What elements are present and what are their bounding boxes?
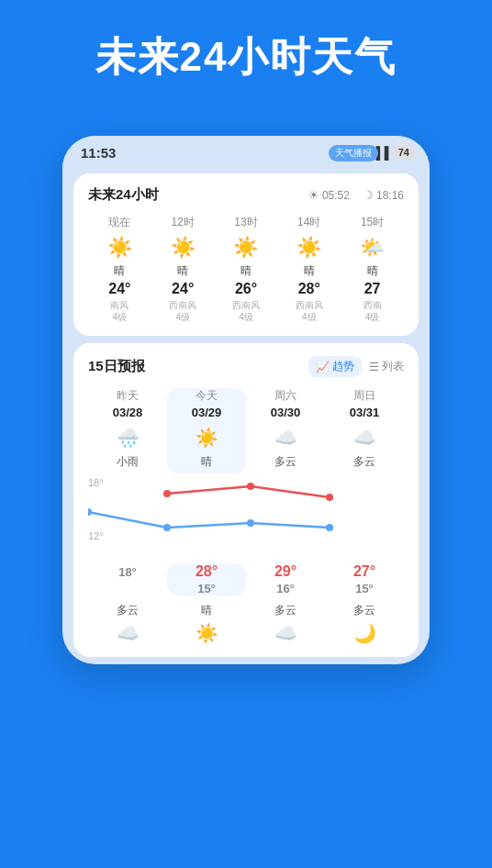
hourly-wind: 西南风4级 bbox=[151, 299, 215, 323]
sunset-item: ☽ 18:16 bbox=[363, 188, 404, 202]
day-weather-icon: ☁️ bbox=[325, 425, 404, 451]
hourly-col: 12时 ☀️ 晴 24° 西南风4级 bbox=[151, 215, 215, 323]
day-condition: 多云 bbox=[325, 454, 404, 470]
hourly-label: 14时 bbox=[277, 215, 341, 230]
weather-alert-badge: 天气播报 bbox=[329, 145, 378, 161]
dot-yest-low bbox=[88, 508, 92, 516]
hourly-condition: 晴 bbox=[341, 263, 404, 279]
sunset-icon: ☽ bbox=[363, 188, 374, 202]
bottom-condition-icon: ☁️ bbox=[88, 622, 167, 644]
bottom-conditions: 多云 ☁️ 晴 ☀️ 多云 ☁️ 多云 🌙 bbox=[88, 603, 404, 644]
bottom-condition-col: 多云 ☁️ bbox=[246, 603, 325, 644]
sun-icon: ☀️ bbox=[196, 427, 218, 449]
moon-icon: 🌙 bbox=[353, 623, 376, 643]
card-24h: 未来24小时 ☀ 05:52 ☽ 18:16 现在 ☀️ 晴 24° 南风4级 … bbox=[73, 173, 419, 336]
hourly-condition: 晴 bbox=[277, 263, 341, 279]
hourly-temp: 26° bbox=[215, 281, 278, 297]
sunrise-time: 05:52 bbox=[322, 189, 350, 202]
hourly-weather-icon: ☀️ bbox=[277, 236, 341, 260]
hourly-weather-icon: ☀️ bbox=[215, 236, 278, 260]
hourly-col: 现在 ☀️ 晴 24° 南风4级 bbox=[88, 215, 151, 323]
day-date: 03/31 bbox=[325, 406, 404, 419]
hourly-temp: 27 bbox=[341, 281, 404, 297]
chart-label-low: 12° bbox=[88, 530, 104, 541]
status-time: 11:53 bbox=[81, 145, 116, 161]
sunrise-item: ☀ 05:52 bbox=[308, 188, 350, 202]
hourly-temp: 28° bbox=[277, 281, 341, 297]
day-condition: 小雨 bbox=[88, 454, 167, 470]
status-bar: 11:53 ▌▌▌ 📶 天气播报 74 bbox=[62, 136, 430, 166]
chart-label-high: 18° bbox=[88, 477, 104, 488]
day-low-temp: 15° bbox=[167, 582, 246, 595]
card-15d-title: 15日预报 bbox=[88, 358, 145, 375]
bottom-condition-text: 多云 bbox=[88, 603, 167, 618]
dot-today-low bbox=[163, 524, 171, 531]
day-col: 周日 03/31 ☁️ 多云 bbox=[325, 388, 404, 473]
temp-label-col: 29° 16° bbox=[246, 563, 325, 595]
temp-label-col: 18° bbox=[88, 563, 167, 595]
day-low-temp: 15° bbox=[325, 582, 404, 595]
day-date: 03/29 bbox=[167, 406, 246, 419]
bottom-condition-col: 多云 🌙 bbox=[325, 603, 404, 644]
day-name: 周日 bbox=[325, 388, 404, 404]
day-name: 周六 bbox=[246, 388, 325, 404]
bottom-condition-icon: ☀️ bbox=[167, 622, 246, 644]
dot-sat-high bbox=[247, 483, 254, 490]
cloud-icon: ☁️ bbox=[274, 623, 297, 643]
day-high-temp: 28° bbox=[167, 563, 246, 580]
btn-trend[interactable]: 📈 趋势 bbox=[308, 356, 362, 377]
chart-area: 18° 12° bbox=[88, 477, 404, 560]
day-low-temp: 16° bbox=[246, 582, 325, 595]
dot-sun-high bbox=[326, 494, 333, 501]
temp-label-col: 28° 15° bbox=[167, 563, 246, 595]
hourly-temp: 24° bbox=[151, 281, 215, 297]
hourly-wind: 西南风4级 bbox=[277, 299, 341, 323]
hourly-row: 现在 ☀️ 晴 24° 南风4级 12时 ☀️ 晴 24° 西南风4级 13时 … bbox=[88, 215, 404, 323]
day-weather-icon: 🌧️ bbox=[88, 425, 167, 451]
hourly-col: 14时 ☀️ 晴 28° 西南风4级 bbox=[277, 215, 341, 323]
hourly-label: 现在 bbox=[88, 215, 151, 230]
day-date: 03/30 bbox=[246, 406, 325, 419]
card-15d-header: 15日预报 📈 趋势 ☰ 列表 bbox=[88, 356, 404, 377]
low-temp-line bbox=[88, 512, 330, 528]
view-toggle: 📈 趋势 ☰ 列表 bbox=[308, 356, 404, 377]
bottom-condition-icon: 🌙 bbox=[325, 622, 404, 644]
hourly-condition: 晴 bbox=[215, 263, 278, 279]
day-weather-icon: ☁️ bbox=[246, 425, 325, 451]
bottom-condition-icon: ☁️ bbox=[246, 622, 325, 644]
hourly-wind: 西南4级 bbox=[341, 299, 404, 323]
hourly-label: 13时 bbox=[215, 215, 278, 230]
bottom-condition-text: 多云 bbox=[325, 603, 404, 618]
day-name: 昨天 bbox=[88, 388, 167, 404]
sun-icon: ☀️ bbox=[196, 623, 218, 643]
day-col: 今天 03/29 ☀️ 晴 bbox=[167, 388, 246, 473]
temp-chart bbox=[88, 477, 404, 551]
hourly-weather-icon: ☀️ bbox=[151, 236, 215, 260]
day-weather-icon: ☀️ bbox=[167, 425, 246, 451]
temp-labels-row: 18° 28° 15° 29° 16° 27° 15° bbox=[88, 563, 404, 595]
cloud-icon: ☁️ bbox=[117, 623, 140, 643]
dot-sun-low bbox=[326, 524, 333, 531]
hourly-col: 13时 ☀️ 晴 26° 西南风4级 bbox=[215, 215, 278, 323]
bottom-condition-text: 多云 bbox=[246, 603, 325, 618]
cloud-icon: ☁️ bbox=[353, 427, 376, 449]
hourly-condition: 晴 bbox=[151, 263, 215, 279]
btn-list[interactable]: ☰ 列表 bbox=[369, 359, 404, 374]
phone-mock: 11:53 ▌▌▌ 📶 天气播报 74 未来24小时 ☀ 05:52 ☽ 18:… bbox=[62, 136, 430, 664]
temp-label-col: 27° 15° bbox=[325, 563, 404, 595]
day-condition: 晴 bbox=[167, 454, 246, 470]
day-high-temp: 27° bbox=[325, 563, 404, 580]
dot-sat-low bbox=[247, 519, 254, 527]
rain-icon: 🌧️ bbox=[117, 427, 140, 449]
day-condition: 多云 bbox=[246, 454, 325, 470]
days-row: 昨天 03/28 🌧️ 小雨 今天 03/29 ☀️ 晴 周六 03/30 ☁️… bbox=[88, 388, 404, 473]
hourly-wind: 西南风4级 bbox=[215, 299, 278, 323]
trend-label: 趋势 bbox=[332, 359, 354, 374]
battery-badge: 74 bbox=[393, 145, 415, 160]
hourly-wind: 南风4级 bbox=[88, 299, 151, 323]
card-24h-header: 未来24小时 ☀ 05:52 ☽ 18:16 bbox=[88, 186, 404, 204]
hourly-temp: 24° bbox=[88, 281, 151, 297]
hourly-condition: 晴 bbox=[88, 263, 151, 279]
day-col: 周六 03/30 ☁️ 多云 bbox=[246, 388, 325, 473]
bottom-condition-col: 多云 ☁️ bbox=[88, 603, 167, 644]
